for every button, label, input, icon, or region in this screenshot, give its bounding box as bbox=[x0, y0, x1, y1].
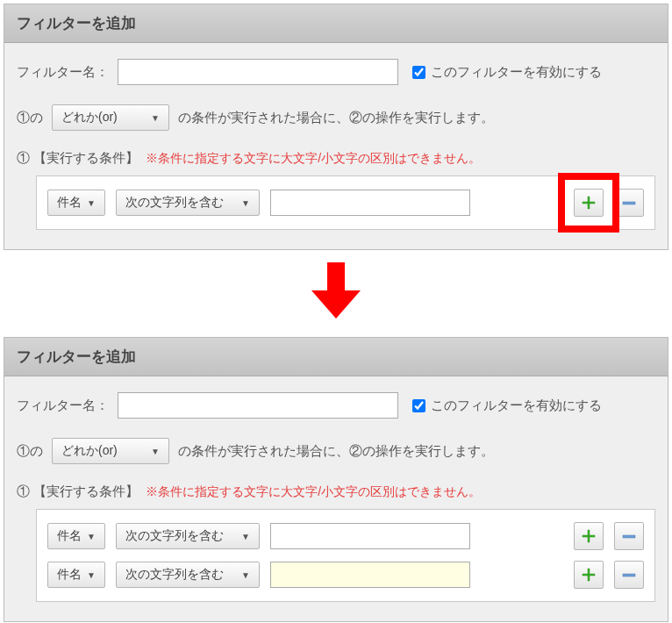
condition-operator-select[interactable]: 次の文字列を含む ▼ bbox=[116, 523, 260, 549]
conditions-container: 件名 ▼ 次の文字列を含む ▼ 件名 ▼ bbox=[36, 509, 655, 602]
caret-down-icon: ▼ bbox=[87, 198, 96, 208]
condition-operator-value: 次の文字列を含む bbox=[125, 195, 224, 211]
rule-prefix: ①の bbox=[17, 443, 43, 460]
panel-title: フィルターを追加 bbox=[4, 338, 668, 376]
filter-name-label: フィルター名： bbox=[17, 64, 109, 81]
add-condition-button[interactable] bbox=[574, 189, 604, 217]
condition-value-input[interactable] bbox=[270, 523, 470, 549]
condition-operator-select[interactable]: 次の文字列を含む ▼ bbox=[116, 190, 260, 216]
caret-down-icon: ▼ bbox=[241, 532, 250, 541]
svg-rect-0 bbox=[623, 202, 635, 204]
caret-down-icon: ▼ bbox=[87, 570, 96, 580]
caret-down-icon: ▼ bbox=[151, 447, 160, 456]
filter-name-input[interactable] bbox=[118, 392, 398, 419]
condition-field-select[interactable]: 件名 ▼ bbox=[47, 190, 105, 216]
svg-rect-1 bbox=[623, 535, 635, 538]
panel-title: フィルターを追加 bbox=[4, 4, 668, 43]
caret-down-icon: ▼ bbox=[241, 570, 250, 580]
remove-condition-button[interactable] bbox=[614, 561, 644, 589]
minus-icon bbox=[622, 196, 636, 210]
caret-down-icon: ▼ bbox=[151, 113, 160, 123]
match-mode-select[interactable]: どれか(or) ▼ bbox=[52, 104, 169, 131]
condition-field-value: 件名 bbox=[57, 567, 82, 583]
condition-field-select[interactable]: 件名 ▼ bbox=[47, 523, 105, 549]
enable-filter-checkbox[interactable] bbox=[412, 66, 425, 79]
add-condition-button[interactable] bbox=[574, 561, 604, 589]
conditions-section-label: ① 【実行する条件】 bbox=[17, 483, 139, 498]
rule-suffix: の条件が実行された場合に、②の操作を実行します。 bbox=[178, 110, 494, 126]
remove-condition-button[interactable] bbox=[614, 189, 644, 217]
condition-operator-value: 次の文字列を含む bbox=[125, 528, 224, 544]
minus-icon bbox=[622, 568, 636, 582]
match-mode-select[interactable]: どれか(or) ▼ bbox=[52, 438, 169, 464]
add-condition-button[interactable] bbox=[574, 522, 604, 550]
remove-condition-button[interactable] bbox=[614, 522, 644, 550]
condition-value-input[interactable] bbox=[270, 190, 470, 216]
rule-suffix: の条件が実行された場合に、②の操作を実行します。 bbox=[178, 443, 494, 460]
condition-row: 件名 ▼ 次の文字列を含む ▼ bbox=[47, 561, 644, 589]
svg-rect-2 bbox=[623, 574, 635, 576]
conditions-note: ※条件に指定する文字に大文字/小文字の区別はできません。 bbox=[146, 484, 481, 498]
condition-field-value: 件名 bbox=[57, 195, 82, 211]
condition-row: 件名 ▼ 次の文字列を含む ▼ bbox=[47, 522, 644, 550]
condition-operator-select[interactable]: 次の文字列を含む ▼ bbox=[116, 562, 260, 588]
enable-filter-checkbox[interactable] bbox=[412, 399, 425, 412]
conditions-section-label: ① 【実行する条件】 bbox=[17, 150, 139, 165]
caret-down-icon: ▼ bbox=[87, 532, 96, 541]
minus-icon bbox=[622, 529, 636, 543]
condition-field-value: 件名 bbox=[57, 528, 82, 544]
plus-icon bbox=[582, 196, 596, 210]
condition-field-select[interactable]: 件名 ▼ bbox=[47, 562, 105, 588]
caret-down-icon: ▼ bbox=[241, 198, 250, 208]
enable-filter-label: このフィルターを有効にする bbox=[431, 64, 602, 81]
condition-operator-value: 次の文字列を含む bbox=[125, 567, 224, 583]
filter-panel-before: フィルターを追加 フィルター名： このフィルターを有効にする ①の どれか(or… bbox=[4, 4, 668, 250]
filter-name-input[interactable] bbox=[118, 59, 398, 85]
rule-prefix: ①の bbox=[17, 110, 43, 126]
arrow-down-icon bbox=[0, 254, 672, 333]
enable-filter-label: このフィルターを有効にする bbox=[431, 397, 602, 414]
plus-icon bbox=[582, 529, 596, 543]
filter-name-label: フィルター名： bbox=[17, 397, 109, 414]
conditions-container: 件名 ▼ 次の文字列を含む ▼ bbox=[36, 175, 655, 230]
plus-icon bbox=[582, 568, 596, 582]
conditions-note: ※条件に指定する文字に大文字/小文字の区別はできません。 bbox=[146, 151, 481, 165]
condition-row: 件名 ▼ 次の文字列を含む ▼ bbox=[47, 189, 644, 217]
match-mode-value: どれか(or) bbox=[61, 110, 118, 125]
condition-value-input[interactable] bbox=[270, 562, 470, 588]
filter-panel-after: フィルターを追加 フィルター名： このフィルターを有効にする ①の どれか(or… bbox=[4, 337, 668, 622]
match-mode-value: どれか(or) bbox=[61, 443, 118, 459]
